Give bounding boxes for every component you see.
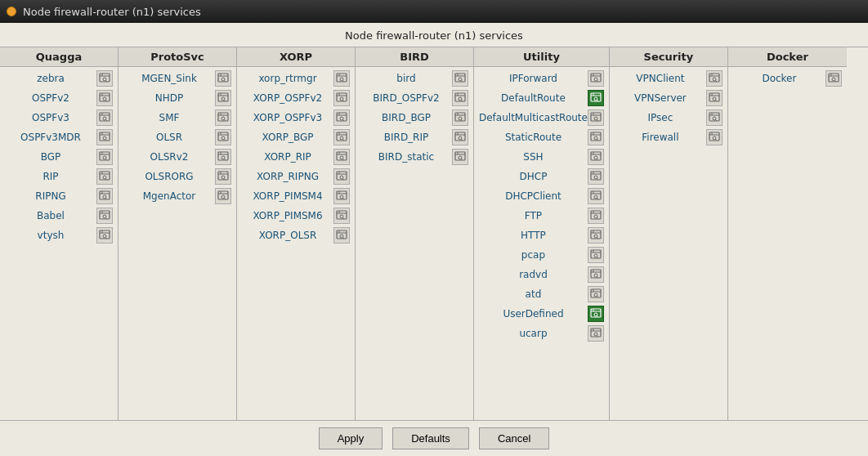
service-icon-btn[interactable] — [452, 70, 468, 87]
service-icon-btn[interactable] — [96, 188, 113, 204]
service-row[interactable]: StaticRoute — [474, 127, 609, 147]
service-row[interactable]: VPNClient — [610, 69, 727, 88]
service-icon-btn[interactable] — [96, 70, 113, 87]
service-icon-btn[interactable] — [588, 306, 604, 322]
service-row[interactable]: IPForward — [474, 69, 609, 88]
service-row[interactable]: RIP — [0, 167, 118, 186]
service-icon-btn[interactable] — [96, 90, 113, 106]
service-icon-btn[interactable] — [333, 110, 350, 126]
service-icon-btn[interactable] — [333, 208, 350, 224]
service-icon-btn[interactable] — [706, 110, 723, 126]
service-icon-btn[interactable] — [215, 90, 231, 106]
service-icon-btn[interactable] — [588, 286, 604, 302]
service-row[interactable]: MGEN_Sink — [119, 69, 236, 88]
service-icon-btn[interactable] — [706, 129, 723, 145]
service-icon-btn[interactable] — [333, 149, 350, 165]
service-icon-btn[interactable] — [588, 266, 604, 283]
service-row[interactable]: zebra — [0, 69, 118, 88]
service-row[interactable]: BIRD_OSPFv2 — [356, 88, 473, 108]
service-icon-btn[interactable] — [333, 90, 350, 106]
service-row[interactable]: XORP_OLSR — [237, 226, 355, 245]
service-icon-btn[interactable] — [706, 70, 723, 87]
service-icon-btn[interactable] — [588, 188, 604, 204]
service-row[interactable]: FTP — [474, 206, 609, 226]
service-row[interactable]: XORP_RIPNG — [237, 167, 355, 186]
service-row[interactable]: SSH — [474, 147, 609, 167]
service-row[interactable]: SMF — [119, 108, 236, 127]
service-row[interactable]: DefaultMulticastRoute — [474, 108, 609, 127]
service-icon-btn[interactable] — [215, 168, 231, 185]
service-row[interactable]: VPNServer — [610, 88, 727, 108]
service-icon-btn[interactable] — [96, 227, 113, 244]
service-icon-btn[interactable] — [588, 129, 604, 145]
service-row[interactable]: vtysh — [0, 226, 118, 245]
service-row[interactable]: XORP_PIMSM4 — [237, 186, 355, 206]
service-icon-btn[interactable] — [333, 70, 350, 87]
service-row[interactable]: RIPNG — [0, 186, 118, 206]
service-row[interactable]: BIRD_static — [356, 147, 473, 167]
service-row[interactable]: bird — [356, 69, 473, 88]
service-icon-btn[interactable] — [588, 325, 604, 342]
service-row[interactable]: OSPFv3 — [0, 108, 118, 127]
service-icon-btn[interactable] — [452, 149, 468, 165]
service-row[interactable]: Babel — [0, 206, 118, 226]
service-row[interactable]: BIRD_RIP — [356, 127, 473, 147]
service-icon-btn[interactable] — [588, 90, 604, 106]
service-icon-btn[interactable] — [333, 129, 350, 145]
service-icon-btn[interactable] — [96, 168, 113, 185]
defaults-button[interactable]: Defaults — [392, 427, 469, 449]
service-row[interactable]: DefaultRoute — [474, 88, 609, 108]
service-row[interactable]: UserDefined — [474, 304, 609, 324]
service-icon-btn[interactable] — [96, 208, 113, 224]
service-icon-btn[interactable] — [588, 168, 604, 185]
service-row[interactable]: atd — [474, 284, 609, 304]
service-row[interactable]: OSPFv2 — [0, 88, 118, 108]
service-row[interactable]: XORP_OSPFv3 — [237, 108, 355, 127]
service-row[interactable]: DHCP — [474, 167, 609, 186]
service-icon-btn[interactable] — [452, 129, 468, 145]
service-icon-btn[interactable] — [96, 149, 113, 165]
apply-button[interactable]: Apply — [319, 427, 383, 449]
cancel-button[interactable]: Cancel — [479, 427, 549, 449]
service-icon-btn[interactable] — [215, 110, 231, 126]
service-icon-btn[interactable] — [706, 90, 723, 106]
service-icon-btn[interactable] — [452, 90, 468, 106]
service-row[interactable]: OLSRv2 — [119, 147, 236, 167]
service-row[interactable]: BGP — [0, 147, 118, 167]
service-icon-btn[interactable] — [215, 129, 231, 145]
service-icon-btn[interactable] — [588, 149, 604, 165]
service-icon-btn[interactable] — [333, 227, 350, 244]
service-row[interactable]: Docker — [728, 69, 847, 88]
service-row[interactable]: xorp_rtrmgr — [237, 69, 355, 88]
service-icon-btn[interactable] — [588, 110, 604, 126]
service-icon-btn[interactable] — [96, 129, 113, 145]
service-row[interactable]: BIRD_BGP — [356, 108, 473, 127]
service-icon-btn[interactable] — [588, 247, 604, 263]
service-row[interactable]: Firewall — [610, 127, 727, 147]
service-icon-btn[interactable] — [588, 208, 604, 224]
service-row[interactable]: ucarp — [474, 324, 609, 343]
service-icon-btn[interactable] — [588, 227, 604, 244]
service-icon-btn[interactable] — [215, 70, 231, 87]
service-icon-btn[interactable] — [452, 110, 468, 126]
service-row[interactable]: OSPFv3MDR — [0, 127, 118, 147]
service-row[interactable]: MgenActor — [119, 186, 236, 206]
service-icon-btn[interactable] — [333, 188, 350, 204]
service-row[interactable]: XORP_BGP — [237, 127, 355, 147]
service-icon-btn[interactable] — [825, 70, 842, 87]
service-icon-btn[interactable] — [215, 149, 231, 165]
service-row[interactable]: OLSRORG — [119, 167, 236, 186]
service-row[interactable]: pcap — [474, 245, 609, 265]
service-icon-btn[interactable] — [96, 110, 113, 126]
service-icon-btn[interactable] — [588, 70, 604, 87]
service-row[interactable]: HTTP — [474, 226, 609, 245]
service-row[interactable]: OLSR — [119, 127, 236, 147]
service-row[interactable]: XORP_PIMSM6 — [237, 206, 355, 226]
service-icon-btn[interactable] — [333, 168, 350, 185]
service-icon-btn[interactable] — [215, 188, 231, 204]
service-row[interactable]: IPsec — [610, 108, 727, 127]
service-row[interactable]: XORP_RIP — [237, 147, 355, 167]
service-row[interactable]: NHDP — [119, 88, 236, 108]
service-row[interactable]: XORP_OSPFv2 — [237, 88, 355, 108]
service-row[interactable]: radvd — [474, 265, 609, 284]
